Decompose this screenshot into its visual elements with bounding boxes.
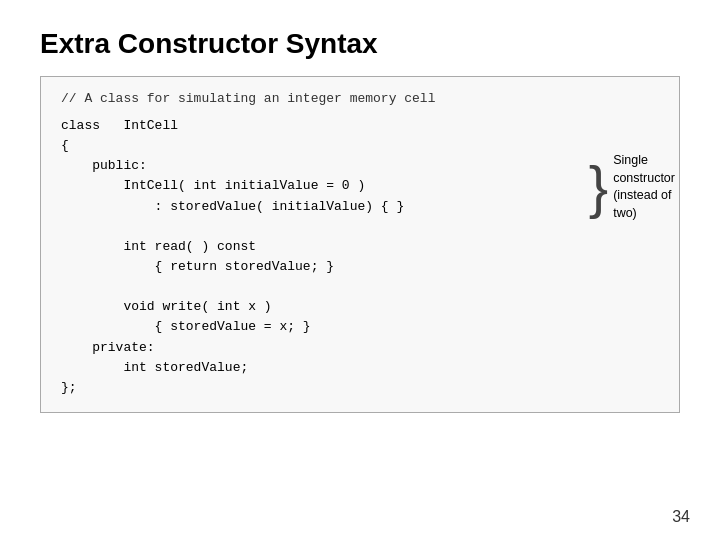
page-number: 34 — [672, 508, 690, 526]
comment-line: // A class for simulating an integer mem… — [61, 91, 659, 106]
code-container: // A class for simulating an integer mem… — [40, 76, 680, 413]
annotation-container: } Single constructor (instead of two) — [589, 152, 675, 222]
page-title: Extra Constructor Syntax — [0, 0, 720, 76]
annotation-text: Single constructor (instead of two) — [613, 152, 675, 222]
curly-brace-icon: } — [589, 158, 608, 216]
code-block: class IntCell { public: IntCell( int ini… — [61, 116, 659, 398]
